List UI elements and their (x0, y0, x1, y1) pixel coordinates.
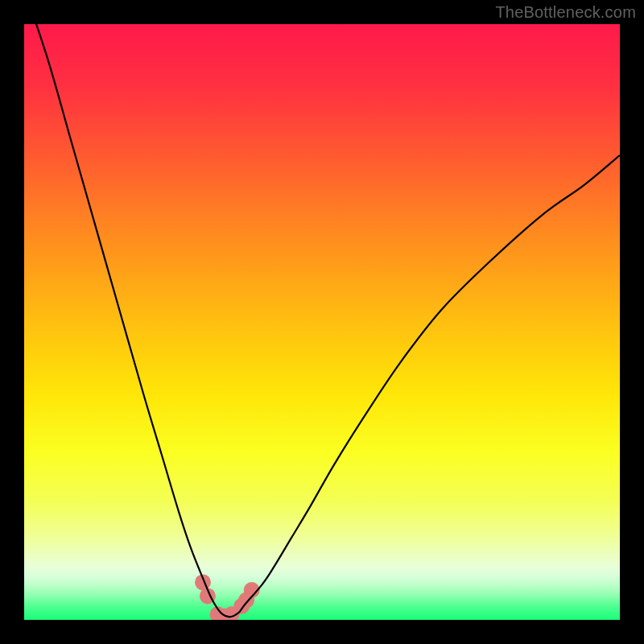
attribution-watermark: TheBottleneck.com (495, 3, 636, 22)
curve-layer (24, 24, 620, 620)
chart-frame: TheBottleneck.com (0, 0, 644, 644)
bottleneck-curve (24, 24, 620, 617)
plot-area (24, 24, 620, 620)
